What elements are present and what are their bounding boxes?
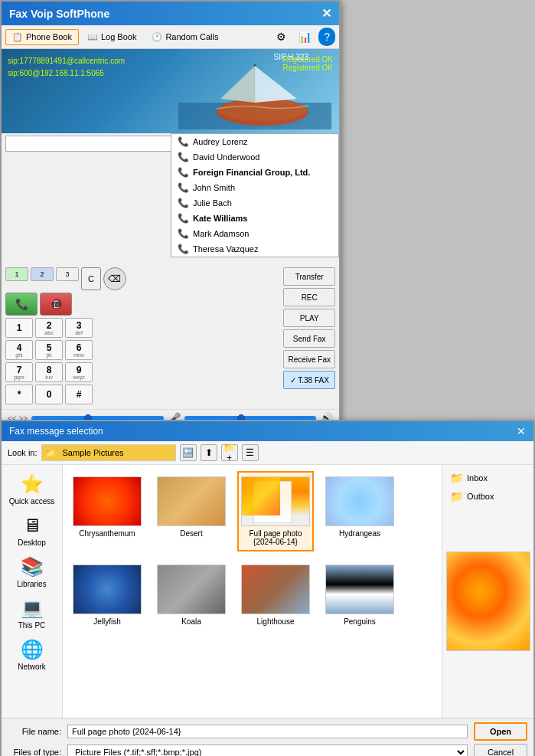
quick-access-nav[interactable]: ⭐ Quick access [2,469,62,510]
file-thumb-jellyfish [73,565,142,614]
phone-book-icon: 📋 [12,32,23,42]
filetype-label: Files of type: [8,748,61,756]
libraries-nav[interactable]: 📚 Libraries [2,551,62,593]
views-button[interactable]: ☰ [242,444,259,461]
file-hydrangeas[interactable]: Hydrangeas [321,471,398,551]
quick-dial-item-4[interactable]: 📞Julie Bach [171,195,338,211]
dialog-toolbar: Look in: 📁 🔙 ⬆ 📁+ ☰ [2,441,533,465]
file-thumb-hydrangeas [325,476,394,526]
digit-3[interactable]: 3def [65,318,93,338]
preview-panel [446,551,530,651]
look-in-folder-icon: 📁 [41,444,176,461]
settings-button[interactable]: ⚙ [271,28,292,46]
preview-image [447,552,530,650]
phone-icon-2: 📞 [178,167,189,178]
new-folder-button[interactable]: 📁+ [221,444,238,461]
random-calls-button[interactable]: 🕐 Random Calls [145,29,225,45]
log-book-button[interactable]: 📖 Log Book [80,29,143,45]
go-back-button[interactable]: 🔙 [180,444,197,461]
filename-label: File name: [8,727,61,736]
dialog-title-bar: Fax message selection ✕ [2,421,533,441]
digit-hash[interactable]: # [65,385,93,404]
file-full-page-photo[interactable]: Full page photo{2024-06-14} [237,471,314,551]
cancel-button[interactable]: Cancel [474,744,527,756]
help-button[interactable]: ? [318,28,335,46]
phone-icon-4: 📞 [178,198,189,208]
quick-dial-item-1[interactable]: 📞David Underwood [171,149,338,165]
phone-icon-1: 📞 [178,152,189,162]
digit-9[interactable]: 9wxyz [65,362,93,382]
line-2-button[interactable]: 2 [31,267,54,281]
clear-button[interactable]: C [81,267,101,290]
filetype-select[interactable]: Picture Files (*.tif;*.sff;*.bmp;*.jpg) [67,745,468,756]
play-button[interactable]: PLAY [283,309,335,327]
look-in-input[interactable] [59,447,172,459]
quick-dial-item-3[interactable]: 📞John Smith [171,180,338,195]
file-penguins[interactable]: Penguins [321,559,398,631]
backspace-button[interactable]: ⌫ [103,267,126,290]
digit-7[interactable]: 7pqrs [5,362,33,382]
main-toolbar: 📋 Phone Book 📖 Log Book 🕐 Random Calls ⚙… [2,25,339,49]
line-buttons-row: 1 2 3 C ⌫ [5,267,279,290]
filename-input[interactable] [67,725,468,738]
fax-buttons: Transfer REC PLAY Send Fax Receive Fax ✓… [283,267,335,407]
chart-button[interactable]: 📊 [293,28,317,46]
inbox-folder[interactable]: 📁 Inbox [446,469,530,487]
look-in-label: Look in: [8,448,38,457]
line-3-button[interactable]: 3 [56,267,79,281]
digit-2[interactable]: 2abc [35,318,63,338]
this-pc-nav[interactable]: 💻 This PC [2,593,62,634]
svg-point-2 [218,100,307,121]
dialog-right-panel: 📁 Inbox 📁 Outbox [442,465,533,718]
this-pc-icon: 💻 [21,597,44,619]
file-chrysanthemum[interactable]: Chrysanthemum [69,471,145,551]
digit-0[interactable]: 0 [35,385,63,404]
outbox-folder[interactable]: 📁 Outbox [446,487,530,506]
line-1-button[interactable]: 1 [5,267,28,281]
close-button[interactable]: ✕ [321,6,331,21]
sip-display: sip:17778891491@callcentric.com sip:600@… [2,49,339,133]
dialog-close-button[interactable]: ✕ [517,425,526,437]
file-thumb-desert [157,476,226,526]
file-dialog: Fax message selection ✕ Look in: 📁 🔙 ⬆ 📁… [0,420,535,756]
digit-1[interactable]: 1 [5,318,33,338]
quick-dial-item-0[interactable]: 📞Audrey Lorenz [171,134,338,149]
log-book-icon: 📖 [87,32,98,42]
inbox-folder-icon: 📁 [450,472,463,484]
phone-book-button[interactable]: 📋 Phone Book [5,29,79,45]
quick-dial-item-2[interactable]: 📞Foreign Financial Group, Ltd. [171,165,338,180]
hangup-button[interactable]: 📵 [40,293,72,316]
quick-access-icon: ⭐ [21,473,44,495]
file-jellyfish[interactable]: Jellyfish [69,559,145,631]
digit-4[interactable]: 4ghi [5,340,33,360]
digit-5[interactable]: 5jkl [35,340,63,360]
file-thumb-penguins [325,565,394,614]
quick-dial-item-7[interactable]: 📞Theresa Vazquez [171,241,338,257]
rec-button[interactable]: REC [283,288,335,306]
desktop-nav[interactable]: 🖥 Desktop [2,510,62,551]
file-koala[interactable]: Koala [153,559,230,631]
network-nav[interactable]: 🌐 Network [2,634,62,676]
open-button[interactable]: Open [474,722,527,741]
checkmark-icon: ✓ [290,376,298,385]
go-up-button[interactable]: ⬆ [201,444,217,461]
phone-icon-5: 📞 [178,213,189,224]
files-area: Chrysanthemum Desert Full page photo{202… [63,465,442,718]
file-lighthouse[interactable]: Lighthouse [237,559,314,631]
answer-button[interactable]: 📞 [5,293,38,316]
file-desert[interactable]: Desert [153,471,230,551]
keypad-left: 1 2 3 C ⌫ 📞 📵 1 2abc 3def 4ghi 5jkl 6mno… [5,267,279,407]
quick-dial-item-5[interactable]: 📞Kate Williams [171,211,338,226]
dialog-main: ⭐ Quick access 🖥 Desktop 📚 Libraries 💻 T… [2,465,533,718]
quick-dial-item-6[interactable]: 📞Mark Adamson [171,226,338,241]
transfer-button[interactable]: Transfer [283,267,335,286]
t38-fax-button[interactable]: ✓ T.38 FAX [283,371,335,389]
digit-8[interactable]: 8tuv [35,362,63,382]
digit-6[interactable]: 6mno [65,340,93,360]
files-grid: Chrysanthemum Desert Full page photo{202… [69,471,436,631]
send-fax-button[interactable]: Send Fax [283,329,335,348]
desktop-icon: 🖥 [23,515,41,536]
digit-star[interactable]: * [5,385,33,404]
receive-fax-button[interactable]: Receive Fax [283,350,335,368]
svg-marker-4 [255,66,297,103]
